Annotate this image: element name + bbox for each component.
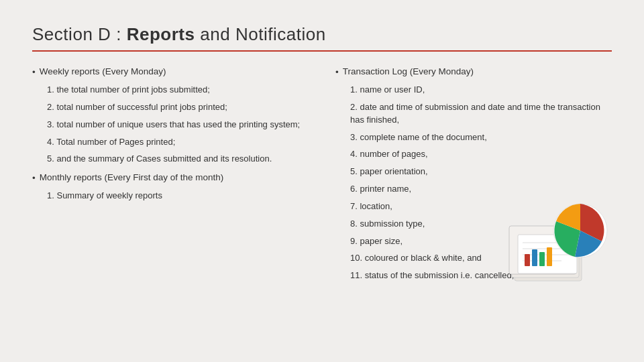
monthly-header: • Monthly reports (Every First day of th…: [32, 172, 309, 183]
transaction-header: • Transaction Log (Every Monday): [335, 66, 612, 77]
bullet-dot-monthly: •: [32, 173, 36, 183]
trans-item-1: 1. name or user ID,: [350, 84, 612, 97]
monthly-item-1: 1. Summary of weekly reports: [47, 190, 309, 202]
trans-item-6: 6. printer name,: [350, 183, 612, 196]
left-column: • Weekly reports (Every Monday) 1. the t…: [32, 66, 309, 289]
trans-item-5: 5. paper orientation,: [350, 166, 612, 178]
chart-illustration: [508, 196, 612, 289]
svg-rect-10: [532, 249, 537, 266]
right-column: • Transaction Log (Every Monday) 1. name…: [335, 66, 612, 289]
title-bold: Reports: [127, 24, 195, 44]
weekly-list: 1. the total number of print jobs submit…: [47, 84, 309, 166]
weekly-header: • Weekly reports (Every Monday): [32, 66, 309, 77]
bullet-dot-weekly: •: [32, 67, 36, 77]
monthly-list: 1. Summary of weekly reports: [47, 190, 309, 202]
title-suffix: and Notification: [195, 24, 326, 44]
weekly-item-3: 3. total number of unique users that has…: [47, 119, 309, 131]
weekly-item-1: 1. the total number of print jobs submit…: [47, 84, 309, 97]
svg-rect-12: [547, 247, 552, 266]
trans-item-3: 3. complete name of the document,: [350, 131, 612, 144]
weekly-item-5: 5. and the summary of Cases submitted an…: [47, 153, 309, 166]
title-area: Section D : Reports and Notification: [32, 24, 612, 45]
slide-title: Section D : Reports and Notification: [32, 24, 612, 45]
trans-item-4: 4. number of pages,: [350, 148, 612, 161]
title-divider: [32, 50, 612, 52]
svg-rect-9: [525, 254, 530, 266]
slide: Section D : Reports and Notification • W…: [0, 0, 644, 362]
title-prefix: Section D :: [32, 24, 127, 44]
svg-rect-11: [539, 252, 545, 266]
weekly-item-2: 2. total number of successful print jobs…: [47, 101, 309, 114]
bullet-dot-transaction: •: [335, 67, 339, 77]
trans-item-2: 2. date and time of submission and date …: [350, 101, 612, 127]
weekly-item-4: 4. Total number of Pages printed;: [47, 136, 309, 149]
content-area: • Weekly reports (Every Monday) 1. the t…: [32, 66, 612, 289]
